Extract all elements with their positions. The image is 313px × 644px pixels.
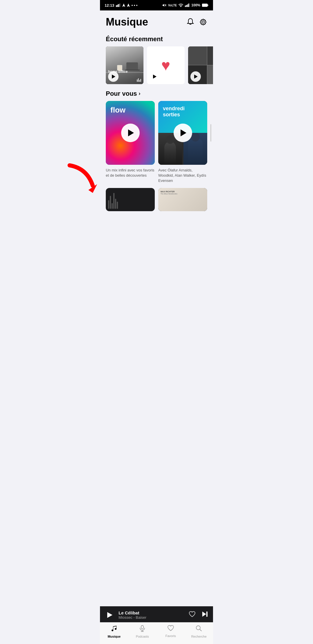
more-cards-row: MAX RICHTER The Blue Notebooks (100, 183, 213, 211)
scrollbar-hint (210, 124, 211, 142)
vendredi-inner: vendredi sorties (158, 101, 207, 165)
wifi-icon (179, 3, 183, 7)
flow-label: flow (110, 106, 125, 115)
nav-arrow2-icon (127, 3, 130, 7)
list-item[interactable]: MAX RICHTER The Blue Notebooks (158, 188, 207, 211)
card-descriptions: Un mix infini avec vos favoris et de bel… (100, 165, 213, 184)
svg-rect-3 (119, 3, 120, 7)
mute-icon (162, 3, 166, 7)
pour-vous-cards: flow vendredi sorties (100, 101, 213, 165)
recently-played-list: home office ♥ (100, 46, 213, 84)
volte-label: VoLTE (168, 4, 177, 7)
svg-point-5 (134, 5, 135, 6)
status-left: 12:13 (105, 3, 137, 8)
svg-rect-1 (117, 5, 118, 7)
flow-play-triangle-icon (128, 129, 134, 136)
svg-point-4 (132, 5, 133, 6)
svg-rect-10 (185, 6, 186, 7)
list-item[interactable]: MODE USA (188, 46, 213, 84)
play-button[interactable] (149, 71, 160, 82)
time-display: 12:13 (105, 3, 114, 8)
status-bar: 12:13 VoLTE (100, 0, 213, 10)
cellular-icon (185, 3, 190, 7)
pour-vous-title: Pour vous (106, 90, 137, 97)
vendredi-play-button[interactable] (174, 124, 192, 142)
list-item[interactable]: ♥ (147, 46, 185, 84)
header-actions (186, 16, 207, 26)
play-triangle-icon (194, 75, 198, 79)
flow-card[interactable]: flow (106, 101, 155, 165)
vendredi-card[interactable]: vendredi sorties (158, 101, 207, 165)
app-header: Musique (100, 10, 213, 31)
page-title: Musique (106, 16, 148, 28)
flow-description: Un mix infini avec vos favoris et de bel… (106, 168, 155, 184)
flow-play-button[interactable] (121, 124, 140, 142)
battery-display: 100% (191, 3, 200, 7)
play-button[interactable] (108, 71, 119, 82)
svg-rect-14 (202, 4, 208, 7)
main-content: Musique Écouté récemment (100, 10, 213, 240)
list-item[interactable] (106, 188, 155, 211)
ellipsis-icon (132, 5, 137, 6)
svg-rect-2 (118, 4, 119, 7)
section-recently-played: Écouté récemment home office (100, 31, 213, 84)
equalizer-icon (137, 78, 141, 82)
svg-rect-0 (116, 5, 117, 7)
play-button[interactable] (190, 71, 201, 82)
nav-arrow-icon (122, 3, 125, 7)
recently-played-title: Écouté récemment (100, 31, 213, 46)
signal-icon (116, 3, 121, 7)
svg-point-16 (202, 21, 204, 23)
svg-rect-15 (208, 5, 208, 6)
notifications-button[interactable] (186, 18, 194, 26)
svg-point-6 (136, 5, 137, 6)
play-triangle-icon (112, 75, 115, 79)
play-triangle-icon (153, 75, 156, 79)
heart-big-icon: ♥ (161, 58, 170, 73)
gear-icon (199, 18, 207, 26)
svg-rect-13 (188, 3, 189, 7)
vendredi-label: vendredi sorties (163, 106, 203, 118)
section-pour-vous: Pour vous › flow vendredi sorties (100, 84, 213, 211)
list-item[interactable]: home office (106, 46, 143, 84)
settings-button[interactable] (199, 18, 207, 26)
svg-rect-12 (187, 4, 188, 7)
vendredi-play-triangle-icon (181, 129, 186, 136)
vendredi-description: Avec Ólafur Arnalds, Woodkid, Alan Walke… (158, 168, 207, 184)
bell-icon (187, 18, 194, 26)
status-right: VoLTE 100% (162, 3, 208, 7)
battery-icon (202, 3, 208, 7)
svg-point-9 (181, 6, 181, 7)
pour-vous-chevron[interactable]: › (139, 91, 141, 97)
svg-rect-11 (186, 5, 187, 7)
pour-vous-header: Pour vous › (100, 84, 213, 101)
